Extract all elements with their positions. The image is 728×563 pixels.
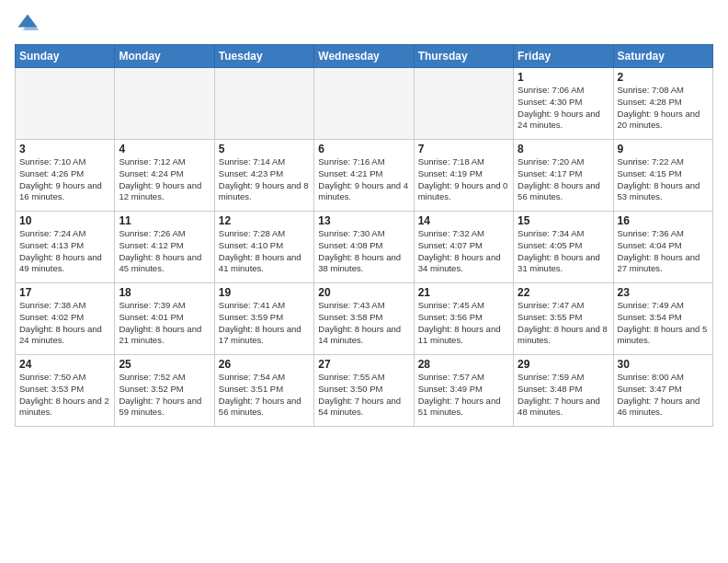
day-cell: 12Sunrise: 7:28 AM Sunset: 4:10 PM Dayli… — [214, 212, 313, 283]
day-info: Sunrise: 7:38 AM Sunset: 4:02 PM Dayligh… — [19, 300, 110, 347]
col-header-wednesday: Wednesday — [314, 45, 414, 68]
day-number: 10 — [19, 214, 110, 227]
day-number: 7 — [418, 143, 509, 155]
day-info: Sunrise: 7:30 AM Sunset: 4:08 PM Dayligh… — [318, 228, 409, 275]
day-info: Sunrise: 7:49 AM Sunset: 3:54 PM Dayligh… — [618, 300, 709, 347]
logo — [15, 11, 44, 37]
day-cell — [314, 68, 414, 140]
day-cell: 9Sunrise: 7:22 AM Sunset: 4:15 PM Daylig… — [613, 140, 712, 212]
day-info: Sunrise: 7:24 AM Sunset: 4:13 PM Dayligh… — [19, 228, 110, 275]
day-number: 17 — [19, 286, 110, 299]
day-info: Sunrise: 7:16 AM Sunset: 4:21 PM Dayligh… — [318, 156, 409, 203]
day-info: Sunrise: 7:57 AM Sunset: 3:49 PM Dayligh… — [418, 372, 509, 419]
day-number: 11 — [119, 214, 210, 227]
day-cell: 26Sunrise: 7:54 AM Sunset: 3:51 PM Dayli… — [214, 355, 313, 427]
day-number: 30 — [618, 358, 709, 371]
day-cell: 13Sunrise: 7:30 AM Sunset: 4:08 PM Dayli… — [314, 212, 414, 283]
day-number: 25 — [119, 358, 210, 371]
day-cell: 21Sunrise: 7:45 AM Sunset: 3:56 PM Dayli… — [414, 283, 513, 355]
day-number: 1 — [518, 71, 609, 84]
day-info: Sunrise: 7:55 AM Sunset: 3:50 PM Dayligh… — [318, 372, 409, 419]
week-row-1: 1Sunrise: 7:06 AM Sunset: 4:30 PM Daylig… — [16, 68, 713, 140]
day-info: Sunrise: 7:12 AM Sunset: 4:24 PM Dayligh… — [119, 156, 210, 203]
day-number: 20 — [318, 286, 409, 299]
day-info: Sunrise: 8:00 AM Sunset: 3:47 PM Dayligh… — [618, 372, 709, 419]
day-number: 13 — [318, 214, 409, 227]
day-cell: 2Sunrise: 7:08 AM Sunset: 4:28 PM Daylig… — [613, 68, 712, 140]
day-cell — [16, 68, 115, 140]
day-number: 24 — [19, 358, 110, 371]
day-cell: 20Sunrise: 7:43 AM Sunset: 3:58 PM Dayli… — [314, 283, 414, 355]
day-cell: 25Sunrise: 7:52 AM Sunset: 3:52 PM Dayli… — [115, 355, 214, 427]
day-cell: 10Sunrise: 7:24 AM Sunset: 4:13 PM Dayli… — [16, 212, 115, 283]
day-number: 22 — [518, 286, 609, 299]
day-info: Sunrise: 7:43 AM Sunset: 3:58 PM Dayligh… — [318, 300, 409, 347]
day-info: Sunrise: 7:10 AM Sunset: 4:26 PM Dayligh… — [19, 156, 110, 203]
day-cell: 17Sunrise: 7:38 AM Sunset: 4:02 PM Dayli… — [16, 283, 115, 355]
col-header-thursday: Thursday — [414, 45, 513, 68]
day-info: Sunrise: 7:50 AM Sunset: 3:53 PM Dayligh… — [19, 372, 110, 419]
day-number: 19 — [219, 286, 310, 299]
day-cell: 23Sunrise: 7:49 AM Sunset: 3:54 PM Dayli… — [613, 283, 712, 355]
day-info: Sunrise: 7:20 AM Sunset: 4:17 PM Dayligh… — [518, 156, 609, 203]
day-number: 29 — [518, 358, 609, 371]
col-header-friday: Friday — [514, 45, 613, 68]
day-number: 3 — [19, 143, 110, 155]
day-info: Sunrise: 7:59 AM Sunset: 3:48 PM Dayligh… — [518, 372, 609, 419]
day-number: 12 — [219, 214, 310, 227]
day-info: Sunrise: 7:52 AM Sunset: 3:52 PM Dayligh… — [119, 372, 210, 419]
day-cell: 6Sunrise: 7:16 AM Sunset: 4:21 PM Daylig… — [314, 140, 414, 212]
day-number: 26 — [219, 358, 310, 371]
header — [15, 11, 713, 37]
day-cell: 27Sunrise: 7:55 AM Sunset: 3:50 PM Dayli… — [314, 355, 414, 427]
day-number: 23 — [618, 286, 709, 299]
day-cell: 19Sunrise: 7:41 AM Sunset: 3:59 PM Dayli… — [214, 283, 313, 355]
day-info: Sunrise: 7:28 AM Sunset: 4:10 PM Dayligh… — [219, 228, 310, 275]
day-number: 9 — [618, 143, 709, 155]
day-cell: 24Sunrise: 7:50 AM Sunset: 3:53 PM Dayli… — [16, 355, 115, 427]
day-cell: 11Sunrise: 7:26 AM Sunset: 4:12 PM Dayli… — [115, 212, 214, 283]
day-info: Sunrise: 7:41 AM Sunset: 3:59 PM Dayligh… — [219, 300, 310, 347]
day-number: 14 — [418, 214, 509, 227]
day-info: Sunrise: 7:39 AM Sunset: 4:01 PM Dayligh… — [119, 300, 210, 347]
day-cell: 3Sunrise: 7:10 AM Sunset: 4:26 PM Daylig… — [16, 140, 115, 212]
day-info: Sunrise: 7:06 AM Sunset: 4:30 PM Dayligh… — [518, 85, 609, 132]
day-info: Sunrise: 7:22 AM Sunset: 4:15 PM Dayligh… — [618, 156, 709, 203]
page: SundayMondayTuesdayWednesdayThursdayFrid… — [0, 0, 728, 434]
day-info: Sunrise: 7:36 AM Sunset: 4:04 PM Dayligh… — [618, 228, 709, 275]
day-cell — [115, 68, 214, 140]
day-number: 8 — [518, 143, 609, 155]
col-header-sunday: Sunday — [16, 45, 115, 68]
day-info: Sunrise: 7:26 AM Sunset: 4:12 PM Dayligh… — [119, 228, 210, 275]
week-row-2: 3Sunrise: 7:10 AM Sunset: 4:26 PM Daylig… — [16, 140, 713, 212]
day-cell — [414, 68, 513, 140]
day-cell: 15Sunrise: 7:34 AM Sunset: 4:05 PM Dayli… — [514, 212, 613, 283]
day-number: 18 — [119, 286, 210, 299]
day-number: 21 — [418, 286, 509, 299]
day-cell: 29Sunrise: 7:59 AM Sunset: 3:48 PM Dayli… — [514, 355, 613, 427]
day-cell: 1Sunrise: 7:06 AM Sunset: 4:30 PM Daylig… — [514, 68, 613, 140]
day-cell: 28Sunrise: 7:57 AM Sunset: 3:49 PM Dayli… — [414, 355, 513, 427]
day-number: 5 — [219, 143, 310, 155]
day-number: 4 — [119, 143, 210, 155]
day-info: Sunrise: 7:54 AM Sunset: 3:51 PM Dayligh… — [219, 372, 310, 419]
day-info: Sunrise: 7:34 AM Sunset: 4:05 PM Dayligh… — [518, 228, 609, 275]
week-row-5: 24Sunrise: 7:50 AM Sunset: 3:53 PM Dayli… — [16, 355, 713, 427]
col-header-tuesday: Tuesday — [214, 45, 313, 68]
day-cell: 18Sunrise: 7:39 AM Sunset: 4:01 PM Dayli… — [115, 283, 214, 355]
day-info: Sunrise: 7:32 AM Sunset: 4:07 PM Dayligh… — [418, 228, 509, 275]
day-info: Sunrise: 7:47 AM Sunset: 3:55 PM Dayligh… — [518, 300, 609, 347]
day-info: Sunrise: 7:14 AM Sunset: 4:23 PM Dayligh… — [219, 156, 310, 203]
day-cell: 14Sunrise: 7:32 AM Sunset: 4:07 PM Dayli… — [414, 212, 513, 283]
day-info: Sunrise: 7:08 AM Sunset: 4:28 PM Dayligh… — [618, 85, 709, 132]
day-cell: 16Sunrise: 7:36 AM Sunset: 4:04 PM Dayli… — [613, 212, 712, 283]
day-cell: 7Sunrise: 7:18 AM Sunset: 4:19 PM Daylig… — [414, 140, 513, 212]
col-header-monday: Monday — [115, 45, 214, 68]
week-row-3: 10Sunrise: 7:24 AM Sunset: 4:13 PM Dayli… — [16, 212, 713, 283]
day-number: 2 — [618, 71, 709, 84]
day-number: 27 — [318, 358, 409, 371]
day-cell: 8Sunrise: 7:20 AM Sunset: 4:17 PM Daylig… — [514, 140, 613, 212]
day-cell: 30Sunrise: 8:00 AM Sunset: 3:47 PM Dayli… — [613, 355, 712, 427]
day-cell: 5Sunrise: 7:14 AM Sunset: 4:23 PM Daylig… — [214, 140, 313, 212]
logo-icon — [15, 11, 40, 37]
